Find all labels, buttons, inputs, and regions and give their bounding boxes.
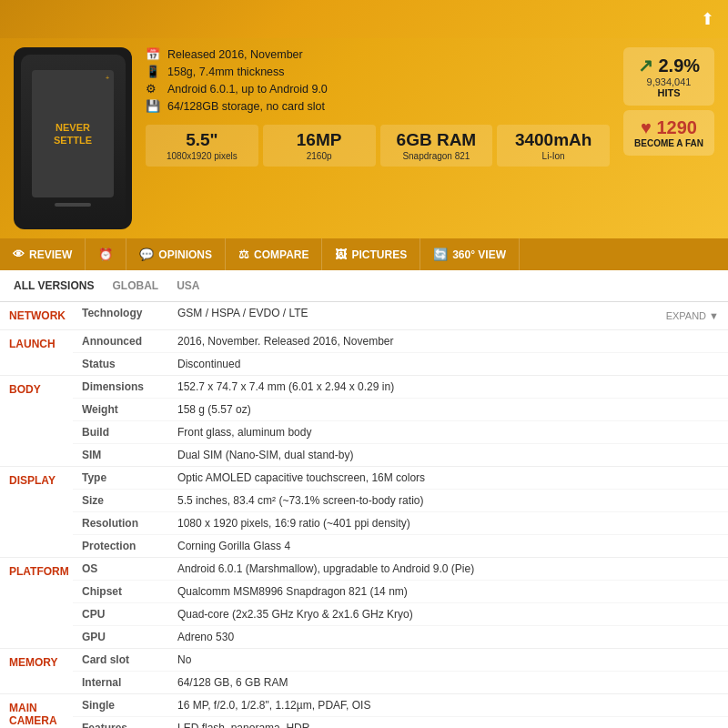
device-area: NEVER SETTLE + 📅Released 2016, November📱… — [0, 38, 728, 238]
stat-box: ♥ 1290BECOME A FAN — [623, 110, 714, 156]
spec-icon: 📅 — [146, 47, 160, 61]
spec-detail-row: ProtectionCorning Gorilla Glass 4 — [73, 535, 728, 557]
spec-detail-row: Single16 MP, f/2.0, 1/2.8", 1.12µm, PDAF… — [73, 694, 728, 717]
spec-detail-row: BuildFront glass, aluminum body — [73, 421, 728, 444]
spec-table-area: ALL VERSIONSGLOBALUSA NETWORKTechnologyG… — [0, 270, 728, 728]
spec-section: MAIN CAMERASingle16 MP, f/2.0, 1/2.8", 1… — [0, 694, 728, 728]
spec-value: 16 MP, f/2.0, 1/2.8", 1.12µm, PDAF, OIS — [173, 699, 728, 712]
spec-content: Card slotNoInternal64/128 GB, 6 GB RAM — [73, 649, 728, 693]
nav-item-opinions[interactable]: 💬OPINIONS — [126, 238, 226, 270]
stat-label: HITS — [634, 87, 703, 98]
version-all-versions[interactable]: ALL VERSIONS — [14, 279, 94, 292]
spec-label: Status — [73, 358, 173, 370]
nav-item-pictures[interactable]: 🖼PICTURES — [322, 238, 420, 270]
spec-content: Single16 MP, f/2.0, 1/2.8", 1.12µm, PDAF… — [73, 694, 728, 728]
spec-icon: ⚙ — [146, 82, 160, 96]
spec-value: 158 g (5.57 oz) — [173, 403, 728, 416]
stat-label: BECOME A FAN — [634, 138, 703, 148]
spec-detail-row: Internal64/128 GB, 6 GB RAM — [73, 672, 728, 693]
spec-detail-row: CPUQuad-core (2x2.35 GHz Kryo & 2x1.6 GH… — [73, 603, 728, 626]
spec-detail-row: Size5.5 inches, 83.4 cm² (~73.1% screen-… — [73, 490, 728, 512]
spec-label: Dimensions — [73, 380, 173, 393]
nav-item-compare[interactable]: ⚖COMPARE — [226, 238, 322, 270]
spec-value: No — [173, 653, 728, 666]
spec-box-value: 6GB RAM — [388, 130, 486, 151]
nav-label: 360° VIEW — [452, 248, 506, 261]
spec-detail-row: Card slotNo — [73, 649, 728, 672]
spec-value: Front glass, aluminum body — [173, 426, 728, 439]
nav-label: COMPARE — [254, 248, 308, 261]
versions-bar: ALL VERSIONSGLOBALUSA — [0, 270, 728, 302]
spec-text: Released 2016, November — [167, 48, 303, 61]
spec-category: MEMORY — [0, 649, 73, 676]
spec-label: Technology — [73, 307, 173, 319]
spec-list-item: 📅Released 2016, November — [146, 47, 610, 61]
spec-box-label: Snapdragon 821 — [388, 151, 486, 161]
spec-value: GSM / HSPA / EVDO / LTE — [173, 307, 657, 319]
spec-value: Corning Gorilla Glass 4 — [173, 540, 728, 552]
specs-list: 📅Released 2016, November📱158g, 7.4mm thi… — [146, 47, 610, 113]
nav-icon: ⚖ — [238, 248, 249, 261]
spec-category: PLATFORM — [0, 558, 73, 585]
spec-label: CPU — [73, 608, 173, 621]
share-icon[interactable]: ⬆ — [701, 9, 714, 29]
spec-detail-row: SIMDual SIM (Nano-SIM, dual stand-by) — [73, 444, 728, 466]
spec-section: NETWORKTechnologyGSM / HSPA / EVDO / LTE… — [0, 302, 728, 330]
spec-section: DISPLAYTypeOptic AMOLED capacitive touch… — [0, 467, 728, 558]
spec-text: 158g, 7.4mm thickness — [167, 66, 285, 78]
spec-label: Size — [73, 494, 173, 507]
nav-item-360°-view[interactable]: 🔄360° VIEW — [420, 238, 520, 270]
spec-box-label: Li-Ion — [504, 151, 602, 161]
spec-label: Announced — [73, 335, 173, 348]
stat-value: ♥ 1290 — [634, 117, 703, 138]
spec-box: 6GB RAMSnapdragon 821 — [380, 125, 493, 167]
spec-label: Internal — [73, 676, 173, 689]
spec-label: Features — [73, 722, 173, 728]
spec-label: Build — [73, 426, 173, 439]
spec-category: DISPLAY — [0, 467, 73, 494]
spec-detail-row: Resolution1080 x 1920 pixels, 16:9 ratio… — [73, 512, 728, 535]
header: ⬆ — [0, 0, 728, 38]
spec-category: NETWORK — [0, 302, 73, 329]
spec-label: Protection — [73, 540, 173, 552]
spec-list-item: ⚙Android 6.0.1, up to Android 9.0 — [146, 82, 610, 96]
spec-value: 1080 x 1920 pixels, 16:9 ratio (~401 ppi… — [173, 517, 728, 530]
spec-value: Quad-core (2x2.35 GHz Kryo & 2x1.6 GHz K… — [173, 608, 728, 621]
spec-section: LAUNCHAnnounced2016, November. Released … — [0, 330, 728, 376]
version-usa[interactable]: USA — [177, 279, 199, 292]
spec-value: 152.7 x 74.7 x 7.4 mm (6.01 x 2.94 x 0.2… — [173, 380, 728, 393]
spec-section: MEMORYCard slotNoInternal64/128 GB, 6 GB… — [0, 649, 728, 694]
spec-box-value: 16MP — [270, 130, 369, 151]
spec-value: Discontinued — [173, 358, 728, 370]
spec-box: 5.5"1080x1920 pixels — [146, 125, 258, 167]
nav-item-review[interactable]: 👁REVIEW — [0, 238, 86, 270]
spec-icon: 📱 — [146, 65, 160, 78]
stat-box: ↗ 2.9%9,934,041HITS — [623, 47, 714, 106]
spec-label: Card slot — [73, 653, 173, 666]
nav-label: REVIEW — [29, 248, 72, 261]
spec-value: Qualcomm MSM8996 Snapdragon 821 (14 nm) — [173, 585, 728, 598]
device-image: NEVER SETTLE + — [14, 47, 132, 229]
spec-detail-row: Announced2016, November. Released 2016, … — [73, 330, 728, 353]
spec-detail-row: TechnologyGSM / HSPA / EVDO / LTE — [73, 302, 657, 324]
spec-content: Announced2016, November. Released 2016, … — [73, 330, 728, 375]
spec-text: Android 6.0.1, up to Android 9.0 — [167, 83, 328, 96]
stat-value: ↗ 2.9% — [634, 55, 703, 76]
version-global[interactable]: GLOBAL — [112, 279, 158, 292]
spec-label: SIM — [73, 449, 173, 461]
spec-box-value: 3400mAh — [504, 130, 602, 151]
spec-section: PLATFORMOSAndroid 6.0.1 (Marshmallow), u… — [0, 558, 728, 649]
spec-category: BODY — [0, 376, 73, 403]
spec-label: Chipset — [73, 585, 173, 598]
spec-content: Dimensions152.7 x 74.7 x 7.4 mm (6.01 x … — [73, 376, 728, 466]
stats-area: ↗ 2.9%9,934,041HITS♥ 1290BECOME A FAN — [623, 47, 714, 229]
nav-item-alarm[interactable]: ⏰ — [86, 238, 126, 270]
spec-value: LED flash, panorama, HDR — [173, 722, 728, 728]
spec-detail-row: GPUAdreno 530 — [73, 626, 728, 648]
expand-button[interactable]: EXPAND ▼ — [657, 303, 728, 329]
spec-content: OSAndroid 6.0.1 (Marshmallow), upgradabl… — [73, 558, 728, 648]
spec-box-value: 5.5" — [153, 130, 251, 151]
spec-detail-row: Weight158 g (5.57 oz) — [73, 399, 728, 421]
spec-value: Android 6.0.1 (Marshmallow), upgradable … — [173, 562, 728, 575]
nav-icon: 🖼 — [335, 248, 347, 261]
